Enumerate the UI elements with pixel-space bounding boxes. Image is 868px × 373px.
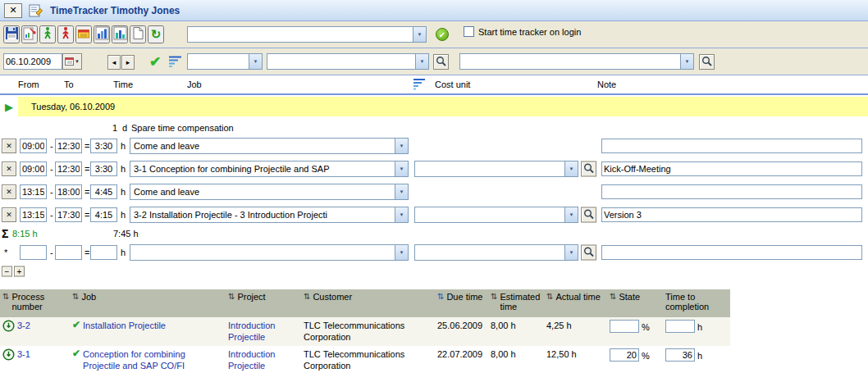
column-header-due-time[interactable]: ⇅Due time: [435, 289, 488, 317]
cost-unit-combobox[interactable]: ▼: [414, 244, 578, 261]
from-time-input[interactable]: [20, 161, 47, 176]
to-time-input[interactable]: [55, 207, 82, 222]
chart-alt-button[interactable]: [112, 25, 128, 43]
job-combobox[interactable]: 3-1 Conception for combining Projectile …: [130, 161, 409, 177]
process-number-link[interactable]: 3-1: [17, 348, 30, 360]
project-link[interactable]: Introduction Projectile: [228, 348, 299, 372]
duration-input[interactable]: [90, 245, 117, 260]
job-check-icon[interactable]: ✔: [72, 320, 80, 330]
time-to-completion-input[interactable]: [665, 348, 695, 362]
note-input[interactable]: [601, 184, 862, 199]
sort-icon[interactable]: ⇅: [610, 292, 616, 301]
remove-row-button[interactable]: −: [2, 266, 12, 277]
start-tracking-button[interactable]: [39, 25, 56, 43]
column-header-state[interactable]: ⇅State: [607, 289, 663, 317]
job-link[interactable]: Conception for combining Projectile and …: [83, 348, 223, 372]
to-time-input[interactable]: [55, 139, 82, 153]
process-number-link[interactable]: 3-2: [17, 320, 30, 331]
duration-input[interactable]: [90, 139, 117, 153]
delete-entry-button[interactable]: ✕: [2, 139, 16, 153]
unit-combobox[interactable]: ▼: [187, 53, 263, 70]
to-time-input[interactable]: [55, 184, 82, 199]
from-time-input[interactable]: [20, 245, 47, 260]
column-header-project[interactable]: ⇅Project: [226, 289, 301, 317]
job-combobox[interactable]: Come and leave ▼: [130, 138, 409, 154]
chevron-down-icon[interactable]: ▼: [395, 139, 408, 153]
evaluation-button[interactable]: [21, 25, 38, 43]
next-day-button[interactable]: ▸: [121, 55, 135, 70]
sort-icon[interactable]: ⇅: [491, 292, 497, 301]
cost-unit-combobox[interactable]: ▼: [414, 207, 578, 223]
delete-entry-button[interactable]: ✕: [2, 184, 16, 199]
stop-tracking-button[interactable]: [57, 25, 74, 43]
note-input[interactable]: [601, 139, 862, 153]
process-icon[interactable]: [2, 320, 15, 334]
start-day-button[interactable]: ▶: [0, 97, 18, 116]
column-header-customer[interactable]: ⇅Customer: [301, 289, 435, 317]
job-combobox[interactable]: Come and leave ▼: [130, 184, 409, 200]
delete-entry-button[interactable]: ✕: [2, 207, 16, 222]
project-link[interactable]: Introduction Projectile: [228, 320, 299, 343]
job-check-icon[interactable]: ✔: [72, 348, 80, 358]
chevron-down-icon[interactable]: ▼: [415, 54, 428, 69]
sort-icon[interactable]: ⇅: [228, 292, 235, 301]
sort-icon[interactable]: ⇅: [2, 292, 9, 301]
from-time-input[interactable]: [20, 207, 47, 222]
start-tracker-checkbox[interactable]: [464, 26, 474, 37]
chart-button[interactable]: [94, 25, 110, 43]
cost-unit-search-button[interactable]: [581, 245, 596, 261]
cost-unit-combobox[interactable]: ▼: [414, 161, 578, 177]
chevron-down-icon[interactable]: ▼: [564, 245, 578, 260]
date-input[interactable]: [3, 53, 62, 70]
chevron-down-icon[interactable]: ▼: [395, 245, 408, 260]
chevron-down-icon[interactable]: ▼: [395, 207, 408, 222]
new-document-button[interactable]: [130, 25, 146, 43]
confirm-day-button[interactable]: ✔: [146, 52, 164, 71]
column-header-estimated-time[interactable]: ⇅Estimated time: [488, 289, 544, 317]
sort-active-icon[interactable]: ⇅: [437, 292, 444, 301]
sort-icon[interactable]: ⇅: [72, 292, 79, 301]
state-input[interactable]: [610, 320, 639, 333]
duration-input[interactable]: [90, 161, 117, 176]
note-input[interactable]: [601, 245, 862, 260]
chevron-down-icon[interactable]: ▼: [413, 27, 426, 42]
sort-icon[interactable]: ⇅: [304, 292, 310, 301]
refresh-button[interactable]: ↻: [148, 25, 164, 43]
calendar-button[interactable]: ▼: [62, 53, 82, 70]
from-time-input[interactable]: [20, 184, 47, 199]
note-input[interactable]: [601, 207, 862, 222]
chevron-down-icon[interactable]: ▼: [564, 161, 578, 176]
column-header-job[interactable]: ⇅Job: [70, 289, 226, 317]
chevron-down-icon[interactable]: ▼: [395, 184, 408, 199]
column-header-time-to-completion[interactable]: Time to completion: [663, 289, 730, 317]
chevron-down-icon[interactable]: ▼: [680, 54, 693, 69]
timecard-button[interactable]: [75, 25, 92, 43]
add-row-button[interactable]: +: [14, 266, 25, 277]
project-search-button[interactable]: [433, 54, 449, 70]
sort-icon[interactable]: ⇅: [546, 292, 553, 301]
time-to-completion-input[interactable]: [665, 320, 695, 333]
to-time-input[interactable]: [55, 245, 82, 260]
job-filter-combobox[interactable]: ▼: [459, 53, 694, 70]
process-icon[interactable]: [2, 348, 15, 363]
job-search-button[interactable]: [699, 54, 715, 70]
job-combobox[interactable]: ▼: [130, 244, 409, 261]
job-sort-icon[interactable]: [413, 78, 427, 92]
chevron-down-icon[interactable]: ▼: [395, 161, 408, 176]
from-time-input[interactable]: [20, 139, 47, 153]
duration-input[interactable]: [90, 207, 117, 222]
save-button[interactable]: [3, 25, 20, 43]
job-combobox[interactable]: 3-2 Installation Projectile - 3 Introduc…: [130, 207, 409, 223]
chevron-down-icon[interactable]: ▼: [564, 207, 578, 222]
duration-input[interactable]: [90, 184, 117, 199]
chevron-down-icon[interactable]: ▼: [249, 54, 262, 69]
close-button[interactable]: ✕: [4, 3, 22, 18]
booking-combobox[interactable]: ▼: [187, 26, 427, 43]
state-input[interactable]: [610, 348, 639, 362]
cost-unit-search-button[interactable]: [581, 207, 596, 223]
sort-filter-icon[interactable]: [168, 55, 183, 70]
to-time-input[interactable]: [55, 161, 82, 176]
column-header-actual-time[interactable]: ⇅Actual time: [544, 289, 607, 317]
job-link[interactable]: Installation Projectile: [83, 320, 166, 331]
note-input[interactable]: [601, 161, 862, 176]
